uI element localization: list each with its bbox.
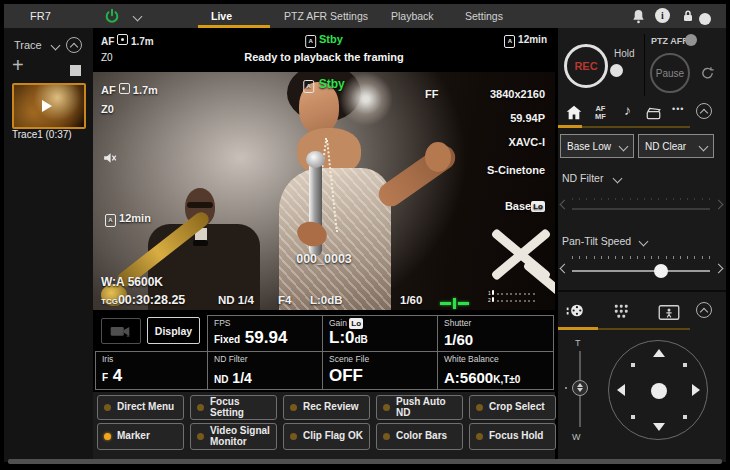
nd-filter-chevron-icon[interactable] [613,174,623,184]
pause-button[interactable]: Pause [650,53,690,93]
notifications-bell-icon[interactable] [632,9,645,28]
pan-right-arrow-icon[interactable] [692,384,700,396]
media-slot-icon: A [504,35,515,48]
active-joystick-underline [558,327,598,330]
osd-focus-mode: FF [425,88,438,100]
osd-af-label: AF [101,84,116,96]
home-tab-icon[interactable] [566,105,582,124]
speed-slider-right-icon[interactable] [714,264,724,274]
pan-left-arrow-icon[interactable] [617,384,625,396]
power-menu-chevron-icon[interactable] [133,12,143,22]
joystick-collapse-button[interactable] [696,302,712,318]
assign-color-bars-button[interactable]: Color Bars [376,423,463,450]
pan-tilt-speed-label: Pan-Tilt Speed [562,235,631,247]
assign-lamp-icon [383,404,390,411]
speed-slider-track [572,270,710,272]
add-trace-icon[interactable]: + [12,55,24,75]
osd-framerate: 59.94P [510,112,545,124]
white-balance-cell[interactable]: White Balance A:5600K,T±0 [437,351,554,390]
assign-lamp-icon [197,404,204,411]
assign-lamp-icon [476,404,483,411]
one-push-reset-icon[interactable] [700,65,715,84]
nd-slider-right-icon [714,200,724,210]
tilt-up-arrow-icon[interactable] [653,349,665,357]
scene-file-cell[interactable]: Scene File OFF [322,351,438,390]
diagonal-dot [683,415,687,419]
trace-sidebar: Trace + Trace1 (0:37) [4,28,93,462]
more-tab-icon[interactable]: ••• [672,104,684,114]
shutter-cell[interactable]: Shutter 1/60 [437,315,554,352]
assign-lamp-icon [104,404,111,411]
app-title: FR7 [30,10,51,22]
power-icon[interactable] [104,8,120,28]
zoom-rocker-thumb[interactable] [572,380,588,396]
display-button[interactable]: Display [147,317,200,344]
gain-cell[interactable]: Gain Lo L:0dB [322,315,438,352]
assign-crop-select-button[interactable]: Crop Select [469,395,556,420]
osd-base-badge: Lo [531,201,545,212]
lock-icon [682,9,694,27]
ptz-afr-label: PTZ AFR [651,36,689,46]
tilt-down-arrow-icon[interactable] [653,423,665,431]
speed-slider-thumb[interactable] [654,264,668,278]
preset-grid-tab-icon[interactable] [614,304,629,323]
assign-video-signal-monitor-button[interactable]: Video Signal Monitor [190,423,277,450]
framing-subject-tab-icon[interactable] [658,305,680,324]
divider [558,290,726,292]
trace-dropdown-chevron-icon[interactable] [51,41,61,51]
panel-collapse-button[interactable] [696,103,712,119]
assign-focus-hold-button[interactable]: Focus Hold [469,423,556,450]
osd-tc-label: TCG [101,297,118,306]
assign-lamp-icon [290,404,297,411]
face-detect-icon [119,83,130,94]
af-mf-tab-icon[interactable]: AF MF [595,105,606,120]
assign-lamp-icon [383,433,390,440]
media-slate-tab-icon[interactable] [646,106,661,124]
tab-settings[interactable]: Settings [465,10,503,22]
assign-clip-flag-ok-button[interactable]: Clip Flag OK [283,423,370,450]
info-icon[interactable]: i [655,8,670,23]
tab-live[interactable]: Live [211,10,232,22]
pan-tilt-chevron-icon[interactable] [639,237,649,247]
nd-slider-left-icon [560,200,570,210]
tab-playback[interactable]: Playback [391,10,434,22]
base-sensitivity-select[interactable]: Base Low [560,134,634,158]
rec-button[interactable]: REC [564,44,608,88]
trace-clip-thumbnail[interactable] [12,83,86,129]
osd-look: S-Cinetone [487,164,545,176]
assign-rec-review-button[interactable]: Rec Review [283,395,370,420]
nd-slider-track [572,208,710,210]
video-monitor[interactable]: AF 1.7m Z0 A Stby FF 3840x2160 59.94P XA… [93,72,555,310]
fps-cell[interactable]: FPS Fixed 59.94 [207,315,323,352]
speed-slider-left-icon[interactable] [560,264,570,274]
strip-af-label: AF [101,36,114,47]
audio-note-tab-icon[interactable]: ♪ [624,102,631,118]
trace-collapse-button[interactable] [66,37,82,53]
window-bottom-grip [8,459,722,464]
top-bar: FR7 Live PTZ AFR Settings Playback Setti… [4,4,726,28]
camera-off-icon: x [110,324,132,338]
zoom-wide-label: W [572,432,581,442]
osd-white-balance: W:A 5600K [101,275,163,289]
assign-lamp-icon [476,433,483,440]
joystick-tab-icon[interactable] [566,302,585,323]
assign-marker-button[interactable]: Marker [97,423,184,450]
strip-message: Ready to playback the framing [244,51,404,63]
assign-direct-menu-button[interactable]: Direct Menu [97,395,184,420]
focus-position-indicator [440,294,469,310]
tab-ptz-afr-settings[interactable]: PTZ AFR Settings [284,10,368,22]
nd-clear-select[interactable]: ND Clear [638,134,714,158]
dpad-center-knob[interactable] [651,383,667,399]
assign-push-auto-nd-button[interactable]: Push Auto ND [376,395,463,420]
iris-cell[interactable]: Iris F 4 [95,351,208,390]
media-slot-icon: A [105,214,116,227]
assign-focus-setting-button[interactable]: Focus Setting [190,395,277,420]
diagonal-dot [631,363,635,367]
nd-filter-section-label: ND Filter [562,172,603,184]
pan-tilt-dpad[interactable] [608,340,708,440]
osd-base-label: Base [505,200,531,212]
nd-filter-cell[interactable]: ND Filter ND 1/4 [207,351,323,390]
diagonal-dot [683,363,687,367]
stop-trace-icon[interactable] [70,65,81,76]
osd-media-remaining: 12min [119,212,151,224]
